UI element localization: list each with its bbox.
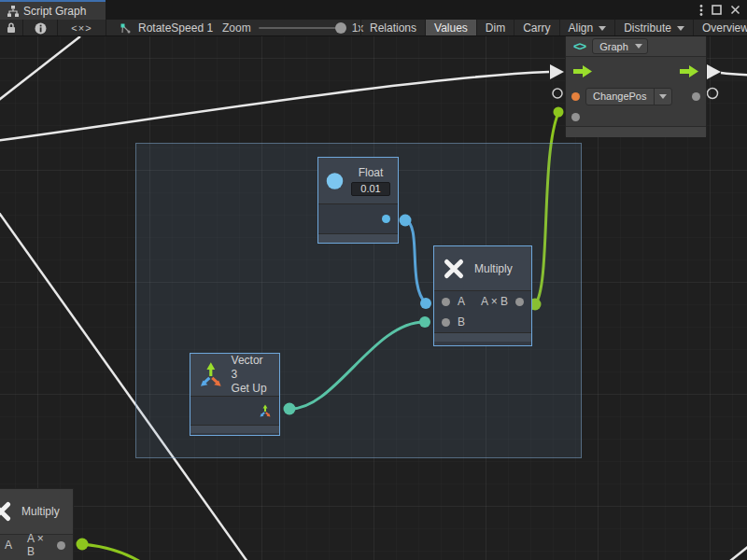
carry-button[interactable]: Carry: [514, 20, 558, 36]
relations-button[interactable]: Relations: [360, 20, 425, 36]
graph-toolbar: <×> RotateSpeed 1 Zoom 1x Relations Valu…: [0, 20, 747, 36]
variable-name-port[interactable]: [571, 92, 580, 101]
close-icon[interactable]: [730, 5, 740, 15]
variable-dropdown[interactable]: ChangePos: [585, 88, 672, 105]
wire-end-dot: [554, 107, 564, 118]
vector3-icon: [198, 361, 224, 389]
multiply-node-bottom[interactable]: Multiply A A × B: [0, 488, 74, 560]
node-footer: [318, 233, 398, 243]
float-output-port[interactable]: [382, 215, 390, 223]
port-label-a: A: [5, 539, 12, 552]
output-label: A × B: [27, 532, 49, 558]
multiply-icon: [442, 257, 466, 281]
chevron-down-icon: [654, 89, 671, 105]
code-icon: <×>: [71, 22, 92, 34]
node-title: Float: [359, 166, 384, 179]
chevron-down-icon: [677, 26, 684, 31]
window-menu-icon[interactable]: [699, 4, 703, 17]
title-bar: Script Graph: [0, 0, 747, 20]
zoom-slider-handle[interactable]: [335, 22, 346, 34]
variable-output-port[interactable]: [692, 92, 700, 101]
flow-arrow-out-icon: [707, 64, 721, 79]
values-button[interactable]: Values: [425, 20, 476, 36]
output-port[interactable]: [57, 541, 65, 550]
graph-canvas[interactable]: <> Graph ChangePos: [0, 36, 747, 560]
chevron-down-icon: [635, 44, 642, 49]
node-footer: [566, 126, 706, 137]
node-title: Get Up: [232, 382, 267, 396]
multiply-node[interactable]: Multiply A A × B B: [433, 245, 532, 346]
overview-button[interactable]: Overview: [693, 20, 747, 36]
output-label: A × B: [481, 295, 508, 308]
node-title: Multiply: [474, 262, 513, 275]
chevron-down-icon: [599, 26, 606, 31]
wire-white-out-of-graph-unit[interactable]: [721, 73, 747, 76]
port-label-a: A: [458, 295, 465, 308]
flow-output-arrow-icon[interactable]: [680, 65, 698, 77]
flow-arrow-in-icon: [550, 64, 564, 79]
node-footer: [434, 332, 531, 342]
multiply-icon: [0, 499, 13, 524]
graph-name: RotateSpeed 1: [138, 21, 213, 35]
dim-button[interactable]: Dim: [476, 20, 514, 36]
float-icon: [326, 169, 344, 193]
code-view-button[interactable]: <×>: [58, 20, 106, 36]
maximize-icon[interactable]: [712, 5, 722, 15]
input-a-port[interactable]: [442, 298, 450, 306]
set-variable-node[interactable]: <> Graph ChangePos: [565, 36, 707, 136]
zoom-slider[interactable]: [259, 27, 345, 29]
unconnected-port-icon[interactable]: [708, 89, 718, 99]
graph-node-icon: [120, 22, 132, 35]
wire-white-into-graph-unit[interactable]: [0, 72, 549, 141]
lock-icon: [7, 22, 16, 34]
input-b-port[interactable]: [442, 318, 450, 327]
vector3-get-up-node[interactable]: Vector 3 Get Up: [190, 353, 280, 436]
node-type-label: Vector 3: [232, 354, 272, 382]
align-dropdown[interactable]: Align: [559, 20, 615, 36]
wire-end-dot: [77, 539, 89, 551]
script-graph-icon: [7, 6, 19, 17]
port-label-b: B: [458, 315, 465, 329]
graph-unit-icon: <>: [573, 39, 585, 53]
value-input-port[interactable]: [571, 113, 580, 121]
unconnected-port-icon[interactable]: [553, 89, 562, 98]
lock-button[interactable]: [0, 20, 23, 36]
distribute-dropdown[interactable]: Distribute: [614, 20, 693, 36]
graph-dropdown[interactable]: Graph: [592, 38, 648, 54]
wire-white-topleft[interactable]: [0, 36, 80, 103]
graph-breadcrumb[interactable]: RotateSpeed 1: [120, 20, 213, 36]
info-icon: [35, 22, 47, 35]
tab-script-graph[interactable]: Script Graph: [0, 0, 106, 20]
tab-title: Script Graph: [23, 5, 86, 18]
float-value-field[interactable]: 0.01: [351, 182, 390, 196]
zoom-label: Zoom: [222, 21, 251, 35]
info-button[interactable]: [23, 20, 58, 36]
flow-input-arrow-icon[interactable]: [573, 65, 592, 77]
wire-white-corner[interactable]: [730, 546, 747, 560]
float-literal-node[interactable]: Float 0.01: [317, 157, 399, 244]
node-footer: [190, 425, 279, 433]
output-port[interactable]: [515, 298, 524, 306]
node-title: Multiply: [21, 505, 60, 518]
vector3-output-port[interactable]: [259, 404, 272, 418]
wire-green-bottom[interactable]: [82, 544, 142, 560]
